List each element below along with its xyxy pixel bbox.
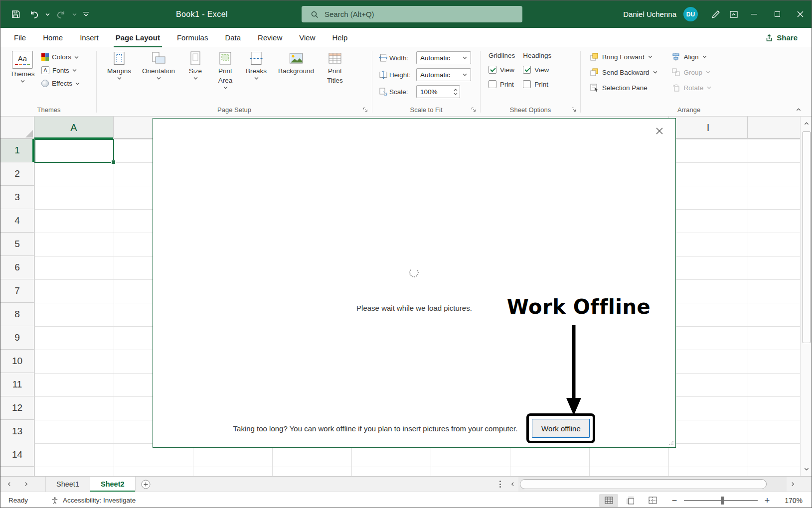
collapse-ribbon-button[interactable]	[794, 105, 804, 114]
zoom-in-button[interactable]: +	[764, 497, 771, 504]
tab-file[interactable]: File	[5, 28, 34, 47]
user-name[interactable]: Daniel Uchenna	[623, 10, 676, 18]
breaks-button[interactable]: Breaks	[240, 47, 272, 104]
tab-data[interactable]: Data	[216, 28, 249, 47]
inking-button[interactable]	[707, 0, 725, 28]
size-button[interactable]: Size	[180, 47, 210, 104]
ribbon-display-options-button[interactable]	[725, 0, 743, 28]
scroll-down-button[interactable]	[801, 464, 812, 475]
row-header-7[interactable]: 7	[0, 279, 34, 303]
theme-colors-button[interactable]: Colors	[41, 53, 80, 61]
column-header-i[interactable]: I	[668, 117, 748, 139]
row-header-11[interactable]: 11	[0, 373, 34, 396]
vertical-scrollbar[interactable]	[800, 117, 812, 476]
height-label: Height:	[389, 71, 416, 79]
select-all-corner[interactable]	[0, 117, 34, 139]
scroll-right-button[interactable]	[787, 477, 799, 492]
margins-button[interactable]: Margins	[102, 47, 137, 104]
headings-view-checkbox[interactable]: View	[523, 64, 551, 76]
theme-effects-button[interactable]: Effects	[41, 80, 80, 87]
tab-view[interactable]: View	[291, 28, 324, 47]
search-box[interactable]: Search (Alt+Q)	[302, 6, 522, 22]
themes-button[interactable]: Aa Themes	[7, 47, 37, 104]
print-area-button[interactable]: Print Area	[210, 47, 240, 104]
row-header-13[interactable]: 13	[0, 420, 34, 443]
row-header-2[interactable]: 2	[0, 162, 34, 186]
print-titles-button[interactable]: Print Titles	[320, 47, 350, 104]
dialog-close-button[interactable]	[650, 124, 668, 138]
theme-fonts-button[interactable]: A Fonts	[41, 66, 80, 74]
row-header-10[interactable]: 10	[0, 350, 34, 373]
row-header-1[interactable]: 1	[0, 139, 34, 162]
share-button[interactable]: Share	[765, 28, 798, 47]
background-button[interactable]: Background	[272, 47, 320, 104]
tab-review[interactable]: Review	[249, 28, 291, 47]
new-sheet-button[interactable]	[136, 477, 157, 492]
dialog-resize-grip[interactable]	[668, 440, 674, 446]
undo-dropdown[interactable]	[43, 0, 52, 28]
tabbar-splitter-handle[interactable]	[493, 477, 506, 492]
print-titles-icon	[327, 51, 342, 66]
page-setup-dialog-launcher[interactable]	[362, 106, 369, 114]
save-button[interactable]	[6, 0, 25, 28]
normal-view-button[interactable]	[599, 494, 618, 507]
work-offline-button[interactable]: Work offline	[532, 419, 590, 438]
column-header-a[interactable]: A	[34, 117, 114, 139]
height-dropdown[interactable]: Automatic	[416, 68, 471, 81]
tab-formulas[interactable]: Formulas	[168, 28, 217, 47]
row-header-6[interactable]: 6	[0, 256, 34, 279]
row-header-9[interactable]: 9	[0, 326, 34, 350]
active-cell-a1[interactable]	[34, 139, 114, 163]
tab-insert[interactable]: Insert	[71, 28, 107, 47]
align-button[interactable]: Align	[671, 51, 712, 62]
row-header-14[interactable]: 14	[0, 443, 34, 467]
page-layout-view-button[interactable]	[621, 494, 640, 507]
page-break-preview-button[interactable]	[643, 494, 662, 507]
scroll-left-button[interactable]	[506, 477, 518, 492]
bring-forward-button[interactable]: Bring Forward	[590, 51, 657, 62]
scroll-up-button[interactable]	[801, 118, 812, 129]
sheet-nav-right-button[interactable]	[17, 477, 34, 492]
close-window-button[interactable]	[789, 0, 812, 28]
gridlines-view-checkbox[interactable]: View	[488, 64, 515, 76]
rotate-button[interactable]: Rotate	[671, 82, 712, 93]
tab-home[interactable]: Home	[34, 28, 71, 47]
undo-button[interactable]	[25, 0, 43, 28]
redo-button[interactable]	[52, 0, 70, 28]
maximize-button[interactable]	[766, 0, 789, 28]
zoom-thumb[interactable]	[721, 497, 724, 505]
orientation-button[interactable]: Orientation	[137, 47, 180, 104]
vertical-scroll-thumb[interactable]	[803, 131, 811, 343]
tab-help[interactable]: Help	[324, 28, 356, 47]
gridlines-print-checkbox[interactable]: Print	[488, 78, 515, 90]
sheet-tab-sheet2[interactable]: Sheet2	[90, 477, 136, 492]
group-button[interactable]: Group	[671, 67, 712, 78]
selection-pane-button[interactable]: Selection Pane	[590, 82, 657, 93]
zoom-out-button[interactable]: −	[671, 497, 678, 504]
row-header-3[interactable]: 3	[0, 186, 34, 209]
user-avatar[interactable]: DU	[683, 7, 698, 21]
sheet-options-dialog-launcher[interactable]	[570, 106, 578, 114]
minimize-button[interactable]	[743, 0, 766, 28]
horizontal-scrollbar[interactable]	[506, 477, 812, 492]
send-backward-button[interactable]: Send Backward	[590, 67, 657, 78]
scale-spinner[interactable]: 100%	[416, 85, 460, 98]
row-header-5[interactable]: 5	[0, 233, 34, 256]
sheet-tab-sheet1[interactable]: Sheet1	[45, 477, 90, 492]
row-header-12[interactable]: 12	[0, 396, 34, 420]
sheet-nav-left-button[interactable]	[0, 477, 17, 492]
redo-dropdown[interactable]	[70, 0, 79, 28]
horizontal-scroll-track[interactable]	[518, 477, 787, 492]
accessibility-status[interactable]: Accessibility: Investigate	[51, 497, 136, 505]
width-dropdown[interactable]: Automatic	[416, 51, 471, 64]
scale-to-fit-dialog-launcher[interactable]	[470, 106, 478, 114]
headings-header: Headings	[523, 52, 551, 59]
row-header-8[interactable]: 8	[0, 303, 34, 326]
row-header-4[interactable]: 4	[0, 209, 34, 233]
zoom-level[interactable]: 170%	[777, 497, 803, 505]
headings-print-checkbox[interactable]: Print	[523, 78, 551, 90]
customize-quick-access-button[interactable]	[79, 0, 93, 28]
zoom-track[interactable]	[684, 500, 758, 501]
tab-page-layout[interactable]: Page Layout	[107, 28, 168, 47]
horizontal-scroll-thumb[interactable]	[520, 479, 767, 489]
